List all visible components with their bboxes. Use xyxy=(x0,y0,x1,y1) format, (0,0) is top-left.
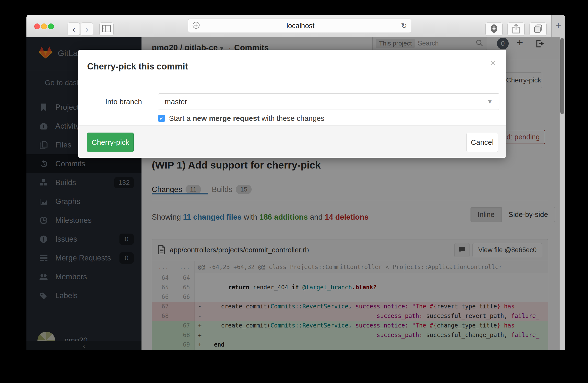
chevron-down-icon: ▼ xyxy=(487,98,493,105)
browser-sidebar-toggle-button[interactable] xyxy=(99,22,114,36)
tabs-icon xyxy=(533,24,543,34)
share-icon xyxy=(512,24,520,35)
url-text[interactable]: localhost xyxy=(200,22,401,30)
modal-header: Cherry-pick this commit ✕ xyxy=(78,50,506,85)
new-tab-button[interactable]: + xyxy=(551,15,565,37)
checkbox-label-post: with these changes xyxy=(259,114,324,122)
checkbox-label-pre: Start a xyxy=(169,114,193,122)
merge-request-checkbox-label[interactable]: Start a new merge request with these cha… xyxy=(169,114,324,123)
browser-window: ‹ › localhost ↻ xyxy=(26,15,565,350)
tab-overview-button[interactable] xyxy=(529,22,547,36)
modal-title: Cherry-pick this commit xyxy=(87,61,188,72)
merge-request-checkbox[interactable]: ✓ xyxy=(158,115,165,122)
sidebar-toggle-icon xyxy=(102,25,111,33)
reload-icon[interactable]: ↻ xyxy=(401,21,407,30)
reader-plus-icon[interactable] xyxy=(192,21,200,30)
close-icon[interactable]: ✕ xyxy=(490,58,496,68)
merge-request-checkbox-row: ✓ Start a new merge request with these c… xyxy=(158,114,324,123)
window-close-button[interactable] xyxy=(34,23,40,29)
browser-forward-button[interactable]: › xyxy=(81,22,93,36)
modal-footer: Cherry-pick Cancel xyxy=(78,125,506,158)
browser-chrome: ‹ › localhost ↻ xyxy=(26,15,565,37)
downloads-button[interactable] xyxy=(485,22,503,36)
browser-back-button[interactable]: ‹ xyxy=(67,22,80,36)
cancel-button[interactable]: Cancel xyxy=(466,133,498,152)
share-button[interactable] xyxy=(507,22,525,36)
cherry-pick-submit-button[interactable]: Cherry-pick xyxy=(87,133,134,152)
window-maximize-button[interactable] xyxy=(48,23,54,29)
checkbox-label-bold: new merge request xyxy=(193,114,259,122)
window-minimize-button[interactable] xyxy=(41,23,47,29)
into-branch-label: Into branch xyxy=(83,97,142,106)
branch-select[interactable]: master ▼ xyxy=(158,94,499,110)
scrollbar-track[interactable] xyxy=(560,37,565,350)
download-icon xyxy=(490,24,498,35)
scrollbar-thumb[interactable] xyxy=(560,38,564,114)
url-bar[interactable]: localhost ↻ xyxy=(188,19,411,33)
cherry-pick-modal: Cherry-pick this commit ✕ Into branch ma… xyxy=(78,50,506,158)
branch-value: master xyxy=(165,97,187,106)
